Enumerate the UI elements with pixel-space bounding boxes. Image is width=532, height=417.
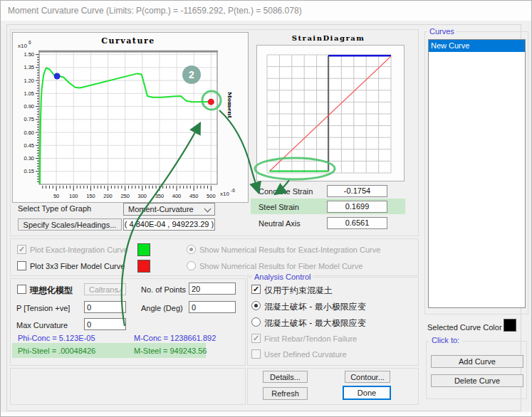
selected-curve-color-label: Selected Curve Color (427, 323, 502, 332)
svg-text:1.05: 1.05 (24, 90, 34, 97)
y-scale-label: x10 (18, 43, 27, 49)
window-title: Moment Curvature Curve (Limits: P(comp.)… (8, 6, 302, 16)
angle-input[interactable] (189, 301, 236, 313)
show-exact-results-radio (187, 245, 196, 254)
max-strain-label: 混凝土破坏 - 最大极限应变 (264, 317, 366, 329)
neutral-axis-label: Neutral Axis (259, 219, 301, 228)
svg-text:250: 250 (120, 193, 130, 199)
phi-steel-value: Phi-Steel = .00048426 (18, 347, 95, 355)
show-fiber-results-label: Show Numerical Results for Fiber Model C… (199, 262, 363, 270)
curves-listbox: New Curve (428, 39, 526, 308)
fiber-curve-color-swatch[interactable] (137, 260, 150, 273)
p-tension-input[interactable] (84, 301, 126, 313)
svg-text:300: 300 (138, 193, 147, 199)
steel-strain-label: Steel Strain (259, 203, 299, 211)
click-to-label: Click to: (429, 336, 461, 344)
details-button[interactable]: Details... (263, 371, 308, 383)
window-bottom-strip (1, 412, 532, 417)
user-curvature-checkbox (251, 349, 261, 359)
show-exact-results-label: Show Numerical Results for Exact-Integra… (199, 246, 380, 254)
idealized-model-label: 理想化模型 (30, 285, 73, 297)
svg-text:450: 450 (189, 193, 199, 199)
svg-text:0.30: 0.30 (24, 155, 34, 162)
svg-text:1.50: 1.50 (24, 51, 34, 58)
refresh-button[interactable]: Refresh (263, 387, 308, 400)
plot-fiber-checkbox[interactable] (17, 261, 26, 270)
svg-text:1.35: 1.35 (24, 64, 34, 70)
concrete-strain-value: -0.1754 (327, 185, 387, 197)
x-scale-exponent: -6 (231, 188, 235, 193)
neutral-axis-value: 0.6561 (327, 217, 387, 229)
strain-diagram: StrainDiagram (251, 31, 405, 181)
curve-list-item[interactable]: New Curve (429, 40, 525, 52)
no-of-points-label: No. of Points (141, 285, 186, 294)
confined-concrete-checkbox[interactable] (251, 285, 261, 294)
svg-text:0.75: 0.75 (24, 116, 34, 122)
plot-fiber-label: Plot 3x3 Fiber Model Curve (30, 262, 125, 270)
angle-label: Angle (Deg) (141, 304, 183, 312)
analysis-control-title: Analysis Control (252, 273, 313, 281)
bottom-left-box (10, 368, 246, 405)
svg-text:50: 50 (53, 193, 59, 199)
steel-strain-value: 0.1699 (327, 201, 387, 213)
graph-type-value: Moment-Curvature (128, 205, 194, 213)
x-scale-label: x10 (220, 191, 229, 197)
confined-concrete-label: 仅用于约束混凝土 (264, 285, 333, 297)
chevron-down-icon (204, 206, 212, 213)
exact-curve-color-swatch[interactable] (137, 243, 150, 256)
svg-text:0.45: 0.45 (24, 142, 34, 149)
svg-text:500: 500 (207, 193, 216, 199)
phi-conc-value: Phi-Conc = 5.123E-05 (18, 334, 95, 342)
dialog-body: Analysis Control Curvature x10 6 5010015… (1, 21, 531, 416)
moment-curvature-dialog: Moment Curvature Curve (Limits: P(comp.)… (0, 0, 532, 417)
max-curvature-label: Max Curvature (16, 321, 68, 329)
model-type-value: Caltrans (89, 285, 118, 294)
svg-text:0.60: 0.60 (24, 130, 34, 136)
svg-text:100: 100 (69, 193, 78, 199)
add-curve-button[interactable]: Add Curve (431, 355, 523, 368)
user-curvature-label: User Defined Curvature (264, 350, 347, 359)
plot-exact-checkbox (17, 245, 26, 254)
moment-curvature-chart[interactable]: Curvature x10 6 501001502002503003504004… (12, 32, 249, 203)
max-curvature-input[interactable] (84, 318, 126, 330)
moment-axis-label: Moment (226, 92, 234, 119)
curves-group-title: Curves (427, 27, 457, 36)
svg-text:200: 200 (103, 193, 113, 199)
no-of-points-input[interactable] (189, 283, 236, 295)
cursor-coordinates-readout: ( 4.840E-04 , 949223.29 ) (123, 218, 215, 231)
model-type-dropdown: Caltrans (84, 283, 126, 295)
concrete-strain-label: Concrete Strain (259, 187, 313, 196)
min-strain-radio[interactable] (251, 301, 261, 310)
m-conc-value: M-Conc = 1238661.892 (134, 334, 216, 342)
strain-diagram-title: StrainDiagram (292, 34, 365, 42)
min-strain-label: 混凝土破坏 - 最小极限应变 (264, 301, 366, 313)
svg-text:1.20: 1.20 (24, 78, 34, 84)
svg-text:150: 150 (86, 193, 95, 199)
chart-title: Curvature (101, 36, 155, 46)
contour-button[interactable]: Contour... (345, 371, 390, 383)
graph-type-dropdown[interactable]: Moment-Curvature (123, 203, 215, 216)
y-scale-exponent: 6 (28, 40, 31, 45)
click-to-group (426, 341, 527, 399)
select-graph-type-label: Select Type of Graph (18, 204, 91, 213)
selected-curve-color-swatch[interactable] (504, 319, 516, 332)
rebar-failure-label: First Rebar/Tendon Failure (264, 334, 357, 343)
idealized-model-checkbox[interactable] (17, 285, 26, 294)
done-button[interactable]: Done (343, 386, 391, 400)
title-bar: Moment Curvature Curve (Limits: P(comp.)… (1, 1, 531, 21)
svg-text:400: 400 (172, 193, 182, 199)
delete-curve-button[interactable]: Delete Curve (431, 374, 523, 387)
max-strain-radio[interactable] (251, 317, 261, 327)
specify-scales-button[interactable]: Specify Scales/Headings... (18, 218, 122, 231)
svg-text:0.90: 0.90 (24, 103, 34, 110)
plot-exact-label: Plot Exact-Integration Curve (30, 246, 128, 254)
p-tension-label: P [Tension +ve] (16, 304, 70, 312)
svg-text:350: 350 (155, 193, 165, 199)
rebar-failure-checkbox (251, 334, 261, 343)
m-steel-value: M-Steel = 949243.56 (134, 347, 207, 355)
svg-text:0.15: 0.15 (24, 168, 34, 174)
plot-options-section (10, 238, 419, 276)
show-fiber-results-radio (187, 261, 196, 270)
